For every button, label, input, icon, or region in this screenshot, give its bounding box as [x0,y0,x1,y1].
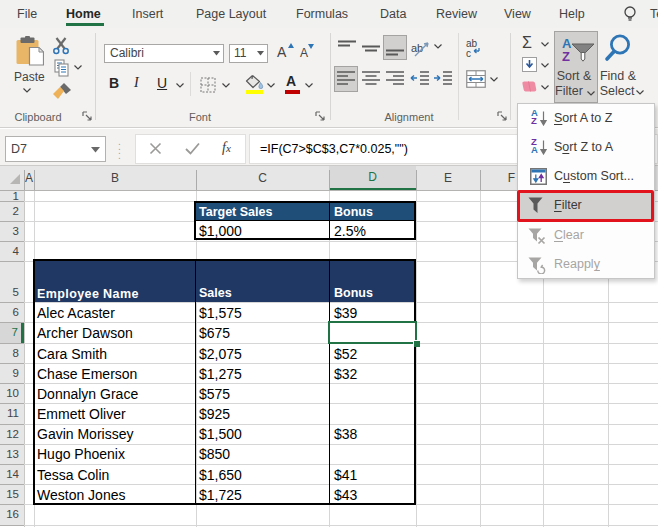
svg-text:ab: ab [411,42,423,54]
svg-text:c: c [466,48,471,58]
